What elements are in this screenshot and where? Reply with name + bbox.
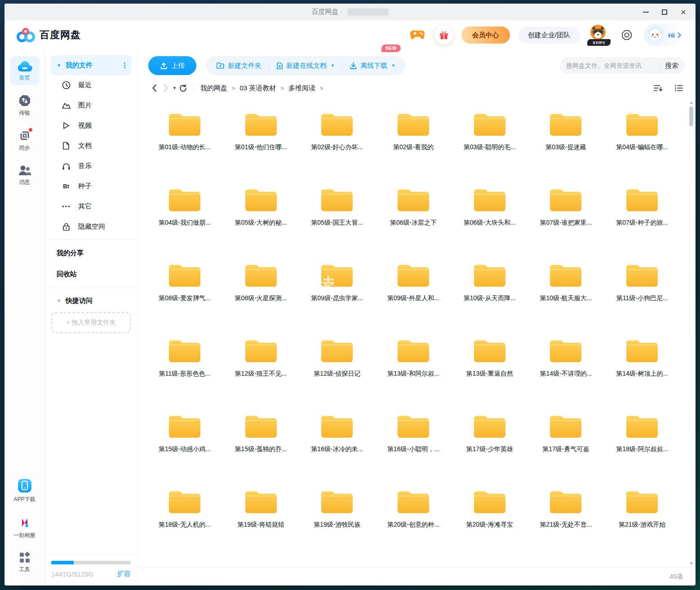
folder-item[interactable]: 第17级-少年英雄 xyxy=(452,404,528,479)
sidebar-item-hidden-space[interactable]: 隐藏空间 xyxy=(50,217,132,237)
sidebar-item-others[interactable]: 其它 xyxy=(50,196,132,217)
nav-home[interactable]: 首页 xyxy=(10,56,40,85)
folder-item[interactable]: 第21级-游戏开始 xyxy=(604,479,680,555)
folder-item[interactable]: 第11级-小狗巴尼... xyxy=(604,253,680,328)
title-bar[interactable]: 百度网盘 · × xyxy=(4,4,696,20)
folder-item[interactable]: 第14级-不讲理的... xyxy=(528,328,604,404)
sidebar-item-torrents[interactable]: Bt 种子 xyxy=(50,176,132,196)
scroll-up-icon[interactable]: ▲ xyxy=(690,99,694,106)
breadcrumb-item[interactable]: 多维阅读 xyxy=(288,84,315,93)
breadcrumb-separator-icon: > xyxy=(320,85,323,92)
folder-item[interactable]: 第20级-海滩寻宝 xyxy=(452,479,528,555)
sort-button[interactable] xyxy=(652,82,664,94)
folder-item[interactable]: 第21级-无处不音... xyxy=(528,479,604,555)
nav-tools[interactable]: 工具 xyxy=(10,548,40,577)
search-button[interactable]: 搜索 xyxy=(665,62,678,70)
folder-item[interactable]: 第08级-爱发脾气... xyxy=(146,253,223,328)
sidebar-item-pictures[interactable]: 图片 xyxy=(50,95,132,115)
folder-item[interactable]: 第04级-我们做朋... xyxy=(146,177,223,253)
new-folder-button[interactable]: 新建文件夹 xyxy=(209,62,269,70)
nav-sync[interactable]: 同步 xyxy=(10,125,40,155)
folder-item[interactable]: 第05级-大树的秘... xyxy=(223,177,299,253)
folder-item[interactable]: 第11级-形形色色... xyxy=(146,328,223,404)
folder-item[interactable]: 第02级-好心办坏... xyxy=(299,102,375,177)
folder-item[interactable]: 第17级-勇气可嘉 xyxy=(528,404,604,479)
more-menu-icon[interactable] xyxy=(123,62,126,69)
folder-item[interactable]: 第09级-外星人和... xyxy=(375,253,452,328)
scrollbar-thumb[interactable] xyxy=(689,106,693,126)
create-team-button[interactable]: 创建企业/团队 xyxy=(518,27,580,44)
folder-item[interactable]: 第07级-谁把家里... xyxy=(528,177,604,253)
maximize-button[interactable] xyxy=(655,4,674,20)
folder-item[interactable]: 第19级-将错就错 xyxy=(223,479,299,555)
sidebar-my-files[interactable]: ▼ 我的文件 xyxy=(50,55,132,75)
folder-item[interactable]: 第05级-国王大冒... xyxy=(299,177,375,253)
view-mode-button[interactable] xyxy=(673,82,685,94)
folder-item[interactable]: 第15级-孤独的乔... xyxy=(223,404,299,479)
sidebar-item-videos[interactable]: 视频 xyxy=(50,115,132,136)
folder-item[interactable]: 第03级-聪明的毛... xyxy=(452,102,528,177)
svip-avatar[interactable]: SVIP1 xyxy=(588,24,610,46)
games-icon[interactable] xyxy=(408,26,426,44)
offline-download-button[interactable]: 离线下载 ▼ xyxy=(342,62,403,70)
folder-item[interactable]: 第15级-动感小鸡... xyxy=(146,404,223,479)
minimize-button[interactable] xyxy=(636,4,655,20)
folder-item[interactable]: 第06级-大块头和... xyxy=(452,177,528,253)
folder-item[interactable]: 第10级-从天而降... xyxy=(452,253,528,328)
refresh-button[interactable] xyxy=(177,82,189,94)
folder-icon xyxy=(548,111,583,139)
expand-storage-link[interactable]: 扩容 xyxy=(117,570,131,578)
sidebar-item-music[interactable]: 音乐 xyxy=(50,156,132,176)
sidebar-recycle-bin[interactable]: 回收站 xyxy=(50,264,132,285)
folder-item[interactable]: 第08级-火星探测... xyxy=(223,253,299,328)
breadcrumb-item[interactable]: 我的网盘 xyxy=(200,84,227,93)
sidebar-quick-access[interactable]: ▼ 快捷访问 xyxy=(50,291,132,311)
folder-item[interactable]: 第01级-动物的长... xyxy=(146,102,223,177)
folder-item[interactable]: 第10级-航天服大... xyxy=(528,253,604,328)
search-input[interactable] xyxy=(566,62,656,69)
nav-photo-album[interactable]: 一刻相册 xyxy=(10,512,40,542)
folder-item[interactable]: 第16级-冰冷的未... xyxy=(299,404,375,479)
folder-item[interactable]: 第02级-看我的 xyxy=(375,102,452,177)
breadcrumb-item[interactable]: 03 英语教材 xyxy=(240,84,276,93)
folder-item[interactable]: 第19级-游牧民族 xyxy=(299,479,375,555)
folder-item[interactable]: 第13级-和阿尔叔... xyxy=(375,328,452,404)
folder-item[interactable]: 第07级-种子的旅... xyxy=(604,177,680,253)
folder-item[interactable]: 第03级-捉迷藏 xyxy=(528,102,604,177)
drag-folder-dropzone[interactable]: + 拖入常用文件夹 xyxy=(51,312,131,333)
history-dropdown-icon[interactable]: ▼ xyxy=(173,86,177,90)
new-online-doc-button[interactable]: 新建在线文档 ▼ xyxy=(269,62,342,70)
folder-item[interactable]: 第16级-小聪明，... xyxy=(375,404,452,479)
vip-center-button[interactable]: 会员中心 xyxy=(461,27,510,44)
nav-messages[interactable]: 消息 xyxy=(10,160,40,189)
settings-gear-icon[interactable] xyxy=(618,26,636,44)
vertical-scrollbar[interactable]: ▲ ▼ xyxy=(688,99,695,567)
folder-item[interactable]: 第04级-蝙蝠在哪... xyxy=(604,102,680,177)
back-button[interactable] xyxy=(148,82,160,94)
folder-item[interactable]: 第18级-无人机的... xyxy=(146,479,223,555)
scrollbar-track[interactable] xyxy=(688,106,695,560)
folder-item[interactable]: 第20级-创意的种... xyxy=(375,479,452,555)
close-button[interactable]: × xyxy=(674,4,693,20)
breadcrumb-separator-icon: > xyxy=(280,85,284,92)
user-account[interactable]: Hi xyxy=(644,24,686,46)
sidebar-my-shares[interactable]: 我的分享 xyxy=(50,243,132,264)
nav-app-download[interactable]: APP下载 xyxy=(10,474,40,506)
sidebar-item-documents[interactable]: 文档 xyxy=(50,136,132,156)
folder-item[interactable]: 第14级-树顶上的... xyxy=(604,328,680,404)
folder-item[interactable]: 第13级-重返自然 xyxy=(452,328,528,404)
sidebar-item-recent[interactable]: 最近 xyxy=(50,75,132,95)
folder-item[interactable]: 第18级-阿尔叔叔... xyxy=(604,404,680,479)
nav-transfer[interactable]: 传输 xyxy=(10,90,40,120)
forward-button[interactable] xyxy=(160,82,172,94)
folder-icon xyxy=(472,337,507,365)
app-logo[interactable]: 百度网盘 xyxy=(16,27,81,43)
folder-item[interactable]: 第09级-昆虫学家... xyxy=(299,253,375,328)
folder-item[interactable]: 第06级-冰层之下 xyxy=(375,177,452,253)
scroll-down-icon[interactable]: ▼ xyxy=(690,560,694,567)
folder-item[interactable]: 第01级-他们住哪... xyxy=(223,102,299,177)
upload-button[interactable]: 上传 xyxy=(148,56,196,75)
folder-item[interactable]: 第12级-猫王不见... xyxy=(223,328,299,404)
gift-icon[interactable] xyxy=(434,26,453,44)
folder-item[interactable]: 第12级-侦探日记 xyxy=(299,328,375,404)
